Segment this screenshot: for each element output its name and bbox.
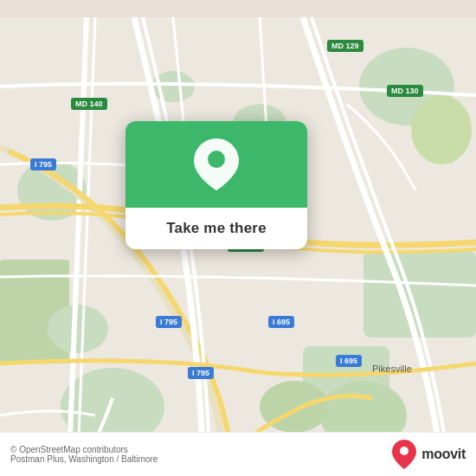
badge-md129: MD 129 [327,40,363,52]
badge-i795-top: I 795 [30,158,56,170]
svg-point-14 [400,447,408,455]
svg-point-11 [48,305,108,353]
badge-md140-top: MD 140 [71,98,107,110]
badge-md130: MD 130 [387,85,423,97]
location-pin-icon [194,138,239,190]
badge-i795-mid: I 795 [156,316,182,328]
badge-i695-bot: I 695 [336,355,362,367]
take-me-there-button[interactable]: Take me there [166,220,267,237]
card-overlay: Take me there [125,121,307,249]
badge-i795-bot: I 795 [188,367,214,379]
app-name-text: Postman Plus, Washington / Baltimore [10,454,158,464]
badge-i695-mid: I 695 [268,316,294,328]
moovit-branding: moovit [392,440,466,469]
moovit-text: moovit [421,447,466,462]
moovit-pin-icon [392,440,416,469]
svg-point-13 [208,151,225,168]
copyright-text: © OpenStreetMap contributors [10,445,128,454]
card-top [125,121,307,208]
card-bottom[interactable]: Take me there [125,208,307,249]
pikesville-label: Pikesville [372,363,412,374]
bottom-bar: © OpenStreetMap contributors Postman Plu… [0,432,476,476]
map-container: I 795 MD 140 MD 129 MD 130 MD 140 I 795 … [0,0,476,476]
svg-point-2 [411,95,472,164]
